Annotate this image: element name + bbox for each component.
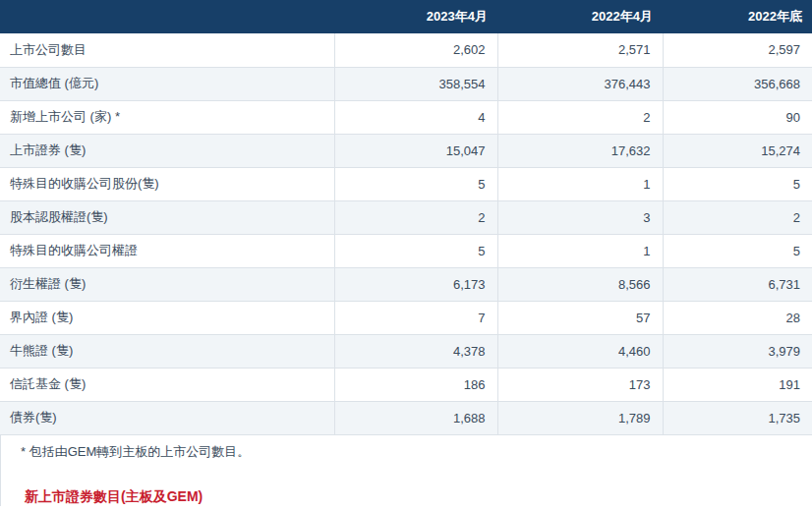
stat-value: 3 (497, 200, 663, 234)
table-row: 界內證 (隻)75728 (0, 301, 812, 334)
table-row: 上市證券 (隻)15,04717,63215,274 (0, 134, 812, 167)
table-row: 新增上市公司 (家) *4290 (0, 100, 812, 134)
stat-value: 186 (334, 368, 497, 401)
stat-value: 173 (497, 368, 663, 401)
row-label: 特殊目的收購公司權證 (0, 234, 334, 267)
header-cell-2022-year-end: 2022年底 (663, 0, 812, 33)
stat-value: 17,632 (497, 134, 663, 167)
stat-value: 6,173 (334, 267, 497, 301)
table-row: 特殊目的收購公司權證515 (0, 234, 812, 267)
row-label: 上市公司數目 (0, 33, 334, 67)
stat-value: 2 (334, 200, 497, 234)
table-row: 牛熊證 (隻)4,3784,4603,979 (0, 334, 812, 368)
stat-value: 15,047 (334, 134, 497, 167)
stat-value: 1 (497, 234, 663, 267)
stat-value: 8,566 (497, 267, 663, 301)
table-header-row: 2023年4月 2022年4月 2022年底 (0, 0, 812, 33)
stat-value: 5 (334, 167, 497, 200)
stat-value: 4,460 (497, 334, 663, 368)
header-cell-2023-apr: 2023年4月 (334, 0, 497, 33)
table-header: 2023年4月 2022年4月 2022年底 (0, 0, 812, 33)
stat-value: 2 (663, 200, 812, 234)
header-cell-empty (0, 0, 334, 33)
stat-value: 358,554 (334, 67, 497, 100)
stat-value: 15,274 (663, 134, 812, 167)
table-row: 上市公司數目2,6022,5712,597 (0, 33, 812, 67)
header-cell-2022-apr: 2022年4月 (497, 0, 663, 33)
market-statistics-table: 2023年4月 2022年4月 2022年底 上市公司數目2,6022,5712… (0, 0, 812, 435)
row-label: 牛熊證 (隻) (0, 334, 334, 368)
row-label: 市值總值 (億元) (0, 67, 334, 100)
table-row: 市值總值 (億元)358,554376,443356,668 (0, 67, 812, 100)
table-body: 上市公司數目2,6022,5712,597市值總值 (億元)358,554376… (0, 33, 812, 434)
stat-value: 5 (334, 234, 497, 267)
stat-value: 1,789 (497, 401, 663, 434)
stat-value: 5 (663, 167, 812, 200)
stat-value: 7 (334, 301, 497, 334)
table-row: 衍生權證 (隻)6,1738,5666,731 (0, 267, 812, 301)
stat-value: 4 (334, 100, 497, 134)
stat-value: 1,735 (663, 401, 812, 434)
below-table-section: * 包括由GEM轉到主板的上市公司數目。 新上市證券數目(主板及GEM) (0, 435, 812, 506)
row-label: 新增上市公司 (家) * (0, 100, 334, 134)
stat-value: 191 (663, 368, 812, 401)
stat-value: 90 (663, 100, 812, 134)
stat-value: 1 (497, 167, 663, 200)
stat-value: 6,731 (663, 267, 812, 301)
table-row: 債券(隻)1,6881,7891,735 (0, 401, 812, 434)
stat-value: 4,378 (334, 334, 497, 368)
stat-value: 3,979 (663, 334, 812, 368)
stat-value: 2,602 (334, 33, 497, 67)
table-row: 特殊目的收購公司股份(隻)515 (0, 167, 812, 200)
row-label: 特殊目的收購公司股份(隻) (0, 167, 334, 200)
row-label: 界內證 (隻) (0, 301, 334, 334)
stat-value: 376,443 (497, 67, 663, 100)
stat-value: 2,597 (663, 33, 812, 67)
table-row: 股本認股權證(隻)232 (0, 200, 812, 234)
row-label: 債券(隻) (0, 401, 334, 434)
market-statistics-page: 2023年4月 2022年4月 2022年底 上市公司數目2,6022,5712… (0, 0, 812, 511)
stat-value: 5 (663, 234, 812, 267)
stat-value: 28 (663, 301, 812, 334)
row-label: 信託基金 (隻) (0, 368, 334, 401)
stat-value: 1,688 (334, 401, 497, 434)
stat-value: 57 (497, 301, 663, 334)
stat-value: 2,571 (497, 33, 663, 67)
section-heading-new-listed-securities: 新上市證券數目(主板及GEM) (1, 488, 812, 506)
stat-value: 2 (497, 100, 663, 134)
row-label: 上市證券 (隻) (0, 134, 334, 167)
stat-value: 356,668 (663, 67, 812, 100)
table-row: 信託基金 (隻)186173191 (0, 368, 812, 401)
row-label: 股本認股權證(隻) (0, 200, 334, 234)
footnote: * 包括由GEM轉到主板的上市公司數目。 (1, 443, 812, 461)
row-label: 衍生權證 (隻) (0, 267, 334, 301)
